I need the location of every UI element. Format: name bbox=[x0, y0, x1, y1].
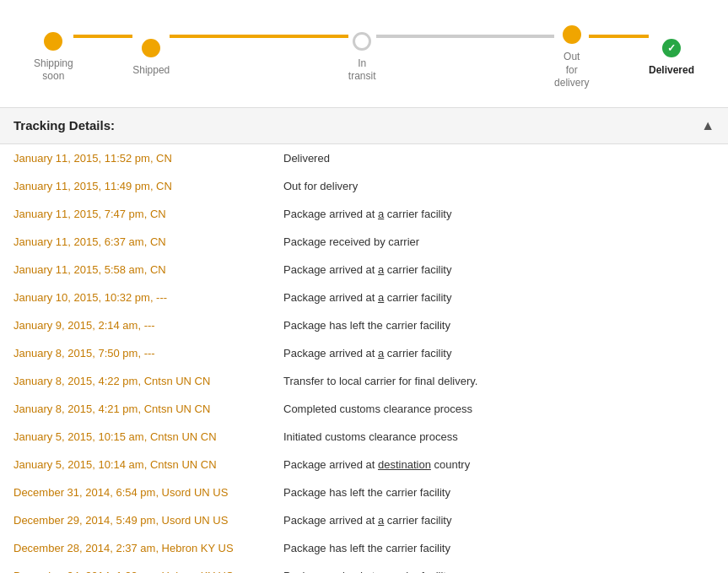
tracking-row-13: December 29, 2014, 5:49 pm, Usord UN US … bbox=[0, 506, 728, 534]
tracking-row-0: January 11, 2015, 11:52 pm, CN Delivered bbox=[0, 144, 728, 172]
step-label-out-for-delivery: Outfordelivery bbox=[554, 51, 589, 90]
tracking-row-11: January 5, 2015, 10:14 am, Cntsn UN CN P… bbox=[0, 451, 728, 478]
connector-1 bbox=[73, 35, 133, 38]
tracking-row-14: December 28, 2014, 2:37 am, Hebron KY US… bbox=[0, 534, 728, 562]
tracking-event-10: Initiated customs clearance process bbox=[283, 427, 715, 446]
tracking-date-4: January 11, 2015, 5:58 am, CN bbox=[13, 260, 283, 279]
tracking-event-7: Package arrived at a carrier facility bbox=[283, 343, 715, 363]
tracking-event-14: Package has left the carrier facility bbox=[283, 538, 715, 558]
tracking-date-2: January 11, 2015, 7:47 pm, CN bbox=[13, 204, 283, 224]
tracking-date-0: January 11, 2015, 11:52 pm, CN bbox=[13, 149, 283, 168]
tracking-event-2: Package arrived at a carrier facility bbox=[283, 204, 715, 224]
tracking-date-12: December 31, 2014, 6:54 pm, Usord UN US bbox=[13, 483, 283, 502]
tracking-header[interactable]: Tracking Details: ▲ bbox=[0, 107, 728, 144]
step-delivered: ✓ Delivered bbox=[649, 39, 694, 78]
connector-4 bbox=[589, 35, 649, 38]
step-label-shipping-soon: Shippingsoon bbox=[34, 57, 73, 84]
tracking-date-11: January 5, 2015, 10:14 am, Cntsn UN CN bbox=[13, 455, 283, 474]
tracking-date-10: January 5, 2015, 10:15 am, Cntsn UN CN bbox=[13, 427, 283, 446]
progress-steps-row: Shippingsoon Shipped Intransit Outfordel… bbox=[34, 25, 694, 90]
tracking-row-5: January 10, 2015, 10:32 pm, --- Package … bbox=[0, 284, 728, 311]
tracking-date-15: December 24, 2014, 1:33 pm, Hebron KY US bbox=[13, 566, 283, 573]
tracking-row-2: January 11, 2015, 7:47 pm, CN Package ar… bbox=[0, 200, 728, 228]
tracking-event-15: Package arrived at a carrier facility bbox=[283, 566, 715, 573]
step-label-in-transit: Intransit bbox=[348, 57, 376, 84]
tracking-event-1: Out for delivery bbox=[283, 176, 715, 196]
tracking-row-12: December 31, 2014, 6:54 pm, Usord UN US … bbox=[0, 478, 728, 506]
tracking-event-9: Completed customs clearance process bbox=[283, 399, 715, 419]
connector-3 bbox=[376, 35, 555, 38]
step-dot-out-for-delivery bbox=[563, 25, 581, 44]
tracking-row-6: January 9, 2015, 2:14 am, --- Package ha… bbox=[0, 311, 728, 339]
tracking-date-8: January 8, 2015, 4:22 pm, Cntsn UN CN bbox=[13, 371, 283, 391]
tracking-entries: January 11, 2015, 11:52 pm, CN Delivered… bbox=[0, 144, 728, 573]
tracking-event-0: Delivered bbox=[283, 149, 715, 168]
tracking-event-6: Package has left the carrier facility bbox=[283, 316, 715, 335]
tracking-event-13: Package arrived at a carrier facility bbox=[283, 511, 715, 530]
tracking-date-9: January 8, 2015, 4:21 pm, Cntsn UN CN bbox=[13, 399, 283, 419]
tracking-event-8: Transfer to local carrier for final deli… bbox=[283, 371, 715, 391]
tracking-row-8: January 8, 2015, 4:22 pm, Cntsn UN CN Tr… bbox=[0, 367, 728, 395]
tracking-row-4: January 11, 2015, 5:58 am, CN Package ar… bbox=[0, 256, 728, 284]
tracking-row-9: January 8, 2015, 4:21 pm, Cntsn UN CN Co… bbox=[0, 395, 728, 423]
tracking-event-12: Package has left the carrier facility bbox=[283, 483, 715, 502]
tracking-date-14: December 28, 2014, 2:37 am, Hebron KY US bbox=[13, 538, 283, 558]
tracking-row-3: January 11, 2015, 6:37 am, CN Package re… bbox=[0, 228, 728, 256]
connector-2 bbox=[170, 35, 348, 38]
step-label-delivered: Delivered bbox=[649, 64, 694, 78]
tracking-date-3: January 11, 2015, 6:37 am, CN bbox=[13, 232, 283, 251]
tracking-row-15: December 24, 2014, 1:33 pm, Hebron KY US… bbox=[0, 562, 728, 573]
tracking-date-7: January 8, 2015, 7:50 pm, --- bbox=[13, 343, 283, 363]
tracking-event-3: Package received by carrier bbox=[283, 232, 715, 251]
page-wrapper: Shippingsoon Shipped Intransit Outfordel… bbox=[0, 0, 728, 573]
step-out-for-delivery: Outfordelivery bbox=[554, 25, 589, 90]
step-shipping-soon: Shippingsoon bbox=[34, 32, 73, 84]
tracking-row-1: January 11, 2015, 11:49 pm, CN Out for d… bbox=[0, 172, 728, 200]
tracking-title: Tracking Details: bbox=[13, 118, 115, 132]
tracking-event-4: Package arrived at a carrier facility bbox=[283, 260, 715, 279]
step-dot-delivered: ✓ bbox=[662, 39, 681, 57]
tracking-date-6: January 9, 2015, 2:14 am, --- bbox=[13, 316, 283, 335]
step-label-shipped: Shipped bbox=[132, 64, 170, 78]
tracking-row-7: January 8, 2015, 7:50 pm, --- Package ar… bbox=[0, 339, 728, 367]
step-in-transit: Intransit bbox=[348, 32, 376, 84]
progress-section: Shippingsoon Shipped Intransit Outfordel… bbox=[0, 0, 728, 107]
collapse-icon[interactable]: ▲ bbox=[701, 118, 715, 133]
step-dot-in-transit bbox=[353, 32, 371, 51]
step-shipped: Shipped bbox=[132, 39, 170, 78]
tracking-event-11: Package arrived at destination country bbox=[283, 455, 715, 474]
tracking-row-10: January 5, 2015, 10:15 am, Cntsn UN CN I… bbox=[0, 423, 728, 451]
step-dot-shipped bbox=[142, 39, 160, 57]
tracking-date-1: January 11, 2015, 11:49 pm, CN bbox=[13, 176, 283, 196]
step-dot-shipping-soon bbox=[44, 32, 62, 51]
tracking-date-13: December 29, 2014, 5:49 pm, Usord UN US bbox=[13, 511, 283, 530]
tracking-date-5: January 10, 2015, 10:32 pm, --- bbox=[13, 288, 283, 307]
tracking-event-5: Package arrived at a carrier facility bbox=[283, 288, 715, 307]
